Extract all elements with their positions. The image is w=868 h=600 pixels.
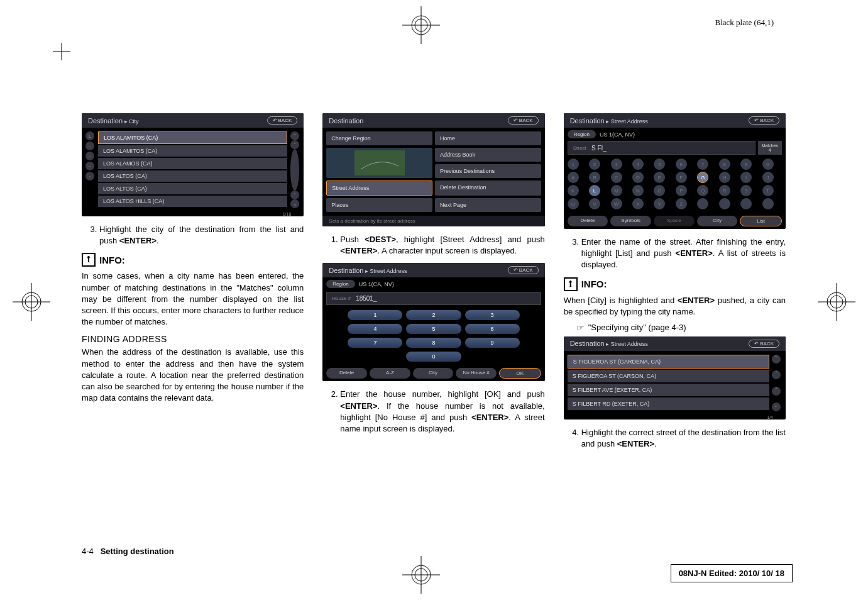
kbd-key[interactable]: S <box>740 185 752 196</box>
kbd-key[interactable]: P <box>676 185 687 196</box>
kbd-key[interactable]: X <box>632 198 644 209</box>
symbols-button[interactable]: Symbols <box>610 216 651 226</box>
delete-button[interactable]: Delete <box>326 368 367 379</box>
scroll-down-icon[interactable]: ˅ <box>772 387 781 396</box>
kbd-key[interactable]: F <box>676 172 687 183</box>
back-button[interactable]: ↶ BACK <box>508 266 539 274</box>
address-book-button[interactable]: Address Book <box>435 148 541 162</box>
kbd-key[interactable]: N <box>632 185 644 196</box>
back-button[interactable]: ↶ BACK <box>749 116 779 125</box>
kbd-key[interactable]: Y <box>654 198 665 209</box>
kbd-key[interactable]: 3 <box>611 158 622 170</box>
letter-key[interactable]: · <box>85 152 94 160</box>
numpad-key[interactable]: 8 <box>406 338 461 348</box>
street-item[interactable]: S FILBERT RD (EXETER, CA) <box>568 397 769 410</box>
kbd-key[interactable] <box>697 198 708 209</box>
home-button[interactable]: Home <box>435 131 541 145</box>
kbd-key[interactable]: H <box>719 172 730 183</box>
letter-key[interactable]: · <box>85 172 94 181</box>
kbd-key[interactable]: V <box>589 198 600 209</box>
kbd-key[interactable]: 6 <box>676 158 687 170</box>
kbd-key[interactable]: M <box>611 185 622 196</box>
numpad-key[interactable]: 0 <box>406 352 461 362</box>
ok-button[interactable]: OK <box>499 368 541 379</box>
city-item[interactable]: LOS ALTOS (CA) <box>98 183 287 194</box>
scroll-down-icon[interactable]: ˅ <box>290 191 299 199</box>
numpad-key[interactable]: 2 <box>406 310 461 320</box>
kbd-key[interactable]: 0 <box>762 158 774 170</box>
previous-destinations-button[interactable]: Previous Destinations <box>435 164 541 178</box>
back-button[interactable]: ↶ BACK <box>267 116 298 125</box>
delete-destination-button[interactable]: Delete Destination <box>435 181 541 196</box>
kbd-key[interactable]: O <box>654 185 665 196</box>
scroll-bottom-icon[interactable]: ⌄ <box>290 199 299 208</box>
numpad-key[interactable]: 3 <box>465 310 520 320</box>
region-button[interactable]: Region <box>326 280 354 288</box>
letter-key[interactable]: L <box>85 131 94 140</box>
kbd-key[interactable]: 4 <box>632 158 644 170</box>
back-button[interactable]: ↶ BACK <box>749 340 779 348</box>
kbd-key[interactable]: A <box>568 172 579 183</box>
street-item[interactable]: S FIGUEROA ST (GARDENA, CA) <box>568 355 769 369</box>
scroll-up-icon[interactable]: ˄ <box>772 370 781 379</box>
kbd-key[interactable]: W <box>611 198 622 209</box>
ss-title: Destination <box>329 117 363 125</box>
kbd-key[interactable]: R <box>719 185 730 196</box>
city-item[interactable]: LOS ALTOS (CA) <box>98 170 287 182</box>
city-button[interactable]: City <box>413 368 454 379</box>
kbd-key[interactable]: 8 <box>719 158 730 170</box>
region-button[interactable]: Region <box>568 130 596 138</box>
scroll-up-icon[interactable]: ˄ <box>290 140 299 149</box>
kbd-key[interactable] <box>762 198 774 209</box>
city-item[interactable]: LOS ALTOS HILLS (CA) <box>98 196 287 207</box>
numpad-key[interactable]: 4 <box>348 324 402 334</box>
kbd-key[interactable] <box>719 198 730 209</box>
kbd-key[interactable]: G <box>697 172 708 183</box>
list-button[interactable]: List <box>740 216 782 226</box>
kbd-key[interactable]: U <box>568 198 579 209</box>
street-address-button[interactable]: Street Address <box>326 181 432 196</box>
numpad-key[interactable]: 5 <box>406 324 461 334</box>
numpad-key[interactable]: 9 <box>465 338 520 348</box>
kbd-key[interactable]: 9 <box>740 158 752 170</box>
kbd-key[interactable]: 1 <box>568 158 579 170</box>
city-button[interactable]: City <box>697 216 738 226</box>
kbd-key[interactable]: 2 <box>589 158 600 170</box>
letter-key[interactable]: · <box>85 162 94 170</box>
next-page-button[interactable]: Next Page <box>435 198 541 212</box>
letter-key[interactable]: · <box>85 142 94 150</box>
city-item[interactable]: LOS ALAMOS (CA) <box>98 158 287 169</box>
kbd-key[interactable]: 7 <box>697 158 708 170</box>
street-item[interactable]: S FIGUEROA ST (CARSON, CA) <box>568 370 769 382</box>
kbd-key[interactable]: I <box>740 172 752 183</box>
numpad-key[interactable]: 7 <box>348 338 402 348</box>
kbd-key[interactable]: J <box>762 172 774 183</box>
numpad-key[interactable]: 1 <box>348 310 402 320</box>
kbd-key[interactable] <box>740 198 752 209</box>
city-item[interactable]: LOS ALAMITOS (CA) <box>98 131 287 144</box>
kbd-key[interactable]: E <box>654 172 665 183</box>
kbd-key[interactable]: B <box>589 172 600 183</box>
kbd-key[interactable]: Q <box>697 185 708 196</box>
change-region-button[interactable]: Change Region <box>326 131 432 145</box>
kbd-key[interactable]: K <box>568 185 579 196</box>
kbd-key[interactable]: L <box>589 185 600 196</box>
kbd-key[interactable]: Z <box>676 198 687 209</box>
back-button[interactable]: ↶ BACK <box>508 116 539 125</box>
delete-button[interactable]: Delete <box>568 216 608 226</box>
info-icon: •ı <box>564 277 578 291</box>
street-item[interactable]: S FILBERT AVE (EXETER, CA) <box>568 384 769 396</box>
az-button[interactable]: A-Z <box>370 368 410 379</box>
scroll-top-icon[interactable]: ⌃ <box>290 131 299 140</box>
scroll-top-icon[interactable]: ⌃ <box>772 355 781 364</box>
no-house-button[interactable]: No House # <box>456 368 497 379</box>
places-button[interactable]: Places <box>326 198 432 212</box>
space-button[interactable]: Space <box>654 216 695 226</box>
kbd-key[interactable]: D <box>632 172 644 183</box>
scroll-bottom-icon[interactable]: ⌄ <box>772 403 781 411</box>
city-item[interactable]: LOS ALAMITOS (CA) <box>98 145 287 157</box>
kbd-key[interactable]: 5 <box>654 158 665 170</box>
numpad-key[interactable]: 6 <box>465 324 520 334</box>
kbd-key[interactable]: C <box>611 172 622 183</box>
kbd-key[interactable]: T <box>762 185 774 196</box>
